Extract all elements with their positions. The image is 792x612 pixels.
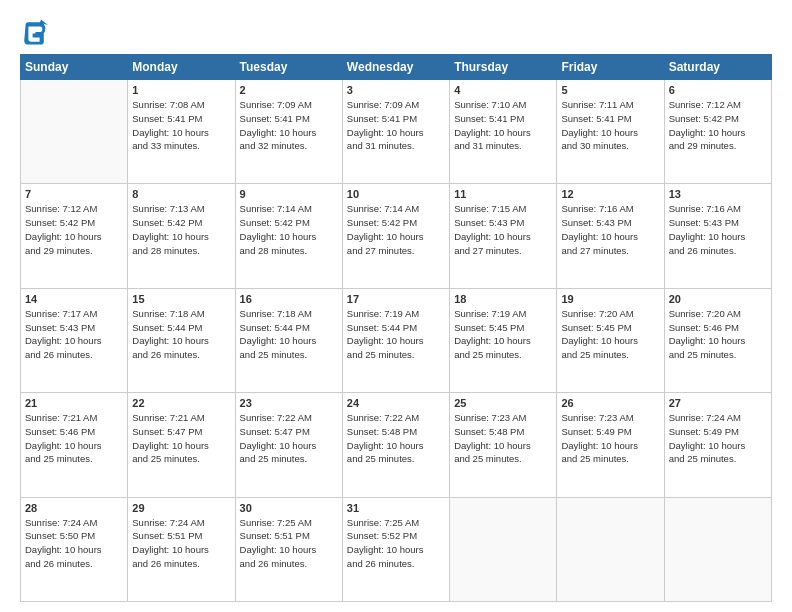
calendar-cell: 12 Sunrise: 7:16 AM Sunset: 5:43 PM Dayl… bbox=[557, 184, 664, 288]
calendar-table: SundayMondayTuesdayWednesdayThursdayFrid… bbox=[20, 54, 772, 602]
calendar-header-friday: Friday bbox=[557, 55, 664, 80]
calendar-week-1: 7 Sunrise: 7:12 AM Sunset: 5:42 PM Dayli… bbox=[21, 184, 772, 288]
day-detail: Sunrise: 7:09 AM Sunset: 5:41 PM Dayligh… bbox=[347, 98, 445, 153]
calendar-cell: 4 Sunrise: 7:10 AM Sunset: 5:41 PM Dayli… bbox=[450, 80, 557, 184]
day-detail: Sunrise: 7:12 AM Sunset: 5:42 PM Dayligh… bbox=[669, 98, 767, 153]
day-detail: Sunrise: 7:20 AM Sunset: 5:45 PM Dayligh… bbox=[561, 307, 659, 362]
day-number: 22 bbox=[132, 397, 230, 409]
day-number: 26 bbox=[561, 397, 659, 409]
calendar-header-sunday: Sunday bbox=[21, 55, 128, 80]
calendar-header-thursday: Thursday bbox=[450, 55, 557, 80]
day-detail: Sunrise: 7:14 AM Sunset: 5:42 PM Dayligh… bbox=[347, 202, 445, 257]
calendar-cell bbox=[450, 497, 557, 601]
calendar-cell: 15 Sunrise: 7:18 AM Sunset: 5:44 PM Dayl… bbox=[128, 288, 235, 392]
calendar-cell: 9 Sunrise: 7:14 AM Sunset: 5:42 PM Dayli… bbox=[235, 184, 342, 288]
calendar-header-monday: Monday bbox=[128, 55, 235, 80]
calendar-cell bbox=[664, 497, 771, 601]
day-detail: Sunrise: 7:23 AM Sunset: 5:48 PM Dayligh… bbox=[454, 411, 552, 466]
day-detail: Sunrise: 7:08 AM Sunset: 5:41 PM Dayligh… bbox=[132, 98, 230, 153]
day-number: 31 bbox=[347, 502, 445, 514]
logo-icon bbox=[20, 18, 48, 46]
day-detail: Sunrise: 7:18 AM Sunset: 5:44 PM Dayligh… bbox=[240, 307, 338, 362]
day-detail: Sunrise: 7:20 AM Sunset: 5:46 PM Dayligh… bbox=[669, 307, 767, 362]
day-number: 2 bbox=[240, 84, 338, 96]
calendar-cell: 8 Sunrise: 7:13 AM Sunset: 5:42 PM Dayli… bbox=[128, 184, 235, 288]
day-detail: Sunrise: 7:19 AM Sunset: 5:45 PM Dayligh… bbox=[454, 307, 552, 362]
day-detail: Sunrise: 7:25 AM Sunset: 5:51 PM Dayligh… bbox=[240, 516, 338, 571]
day-number: 15 bbox=[132, 293, 230, 305]
calendar-header-tuesday: Tuesday bbox=[235, 55, 342, 80]
calendar-week-2: 14 Sunrise: 7:17 AM Sunset: 5:43 PM Dayl… bbox=[21, 288, 772, 392]
day-number: 14 bbox=[25, 293, 123, 305]
calendar-cell: 31 Sunrise: 7:25 AM Sunset: 5:52 PM Dayl… bbox=[342, 497, 449, 601]
day-number: 6 bbox=[669, 84, 767, 96]
calendar-cell: 19 Sunrise: 7:20 AM Sunset: 5:45 PM Dayl… bbox=[557, 288, 664, 392]
day-number: 12 bbox=[561, 188, 659, 200]
day-number: 17 bbox=[347, 293, 445, 305]
header bbox=[20, 18, 772, 46]
calendar-cell: 13 Sunrise: 7:16 AM Sunset: 5:43 PM Dayl… bbox=[664, 184, 771, 288]
day-detail: Sunrise: 7:16 AM Sunset: 5:43 PM Dayligh… bbox=[561, 202, 659, 257]
calendar-cell bbox=[557, 497, 664, 601]
day-detail: Sunrise: 7:24 AM Sunset: 5:49 PM Dayligh… bbox=[669, 411, 767, 466]
day-detail: Sunrise: 7:24 AM Sunset: 5:50 PM Dayligh… bbox=[25, 516, 123, 571]
day-detail: Sunrise: 7:18 AM Sunset: 5:44 PM Dayligh… bbox=[132, 307, 230, 362]
day-detail: Sunrise: 7:09 AM Sunset: 5:41 PM Dayligh… bbox=[240, 98, 338, 153]
calendar-cell: 11 Sunrise: 7:15 AM Sunset: 5:43 PM Dayl… bbox=[450, 184, 557, 288]
day-detail: Sunrise: 7:15 AM Sunset: 5:43 PM Dayligh… bbox=[454, 202, 552, 257]
calendar-cell: 3 Sunrise: 7:09 AM Sunset: 5:41 PM Dayli… bbox=[342, 80, 449, 184]
day-detail: Sunrise: 7:25 AM Sunset: 5:52 PM Dayligh… bbox=[347, 516, 445, 571]
calendar-cell: 14 Sunrise: 7:17 AM Sunset: 5:43 PM Dayl… bbox=[21, 288, 128, 392]
day-detail: Sunrise: 7:16 AM Sunset: 5:43 PM Dayligh… bbox=[669, 202, 767, 257]
day-number: 19 bbox=[561, 293, 659, 305]
day-number: 11 bbox=[454, 188, 552, 200]
calendar-cell bbox=[21, 80, 128, 184]
day-detail: Sunrise: 7:22 AM Sunset: 5:47 PM Dayligh… bbox=[240, 411, 338, 466]
calendar-cell: 7 Sunrise: 7:12 AM Sunset: 5:42 PM Dayli… bbox=[21, 184, 128, 288]
day-number: 3 bbox=[347, 84, 445, 96]
day-detail: Sunrise: 7:22 AM Sunset: 5:48 PM Dayligh… bbox=[347, 411, 445, 466]
day-detail: Sunrise: 7:12 AM Sunset: 5:42 PM Dayligh… bbox=[25, 202, 123, 257]
day-detail: Sunrise: 7:13 AM Sunset: 5:42 PM Dayligh… bbox=[132, 202, 230, 257]
calendar-header-row: SundayMondayTuesdayWednesdayThursdayFrid… bbox=[21, 55, 772, 80]
day-detail: Sunrise: 7:21 AM Sunset: 5:46 PM Dayligh… bbox=[25, 411, 123, 466]
day-number: 25 bbox=[454, 397, 552, 409]
calendar-cell: 29 Sunrise: 7:24 AM Sunset: 5:51 PM Dayl… bbox=[128, 497, 235, 601]
day-detail: Sunrise: 7:10 AM Sunset: 5:41 PM Dayligh… bbox=[454, 98, 552, 153]
day-detail: Sunrise: 7:17 AM Sunset: 5:43 PM Dayligh… bbox=[25, 307, 123, 362]
calendar-cell: 2 Sunrise: 7:09 AM Sunset: 5:41 PM Dayli… bbox=[235, 80, 342, 184]
calendar-cell: 6 Sunrise: 7:12 AM Sunset: 5:42 PM Dayli… bbox=[664, 80, 771, 184]
day-number: 30 bbox=[240, 502, 338, 514]
logo bbox=[20, 18, 52, 46]
day-number: 8 bbox=[132, 188, 230, 200]
day-number: 29 bbox=[132, 502, 230, 514]
day-detail: Sunrise: 7:19 AM Sunset: 5:44 PM Dayligh… bbox=[347, 307, 445, 362]
calendar-cell: 5 Sunrise: 7:11 AM Sunset: 5:41 PM Dayli… bbox=[557, 80, 664, 184]
calendar-cell: 25 Sunrise: 7:23 AM Sunset: 5:48 PM Dayl… bbox=[450, 393, 557, 497]
day-number: 21 bbox=[25, 397, 123, 409]
day-number: 18 bbox=[454, 293, 552, 305]
day-detail: Sunrise: 7:23 AM Sunset: 5:49 PM Dayligh… bbox=[561, 411, 659, 466]
day-number: 24 bbox=[347, 397, 445, 409]
calendar-cell: 28 Sunrise: 7:24 AM Sunset: 5:50 PM Dayl… bbox=[21, 497, 128, 601]
day-number: 5 bbox=[561, 84, 659, 96]
calendar-week-4: 28 Sunrise: 7:24 AM Sunset: 5:50 PM Dayl… bbox=[21, 497, 772, 601]
day-detail: Sunrise: 7:24 AM Sunset: 5:51 PM Dayligh… bbox=[132, 516, 230, 571]
day-number: 28 bbox=[25, 502, 123, 514]
calendar-header-wednesday: Wednesday bbox=[342, 55, 449, 80]
day-number: 13 bbox=[669, 188, 767, 200]
calendar-cell: 21 Sunrise: 7:21 AM Sunset: 5:46 PM Dayl… bbox=[21, 393, 128, 497]
calendar-week-3: 21 Sunrise: 7:21 AM Sunset: 5:46 PM Dayl… bbox=[21, 393, 772, 497]
day-number: 10 bbox=[347, 188, 445, 200]
day-number: 16 bbox=[240, 293, 338, 305]
calendar-cell: 20 Sunrise: 7:20 AM Sunset: 5:46 PM Dayl… bbox=[664, 288, 771, 392]
calendar-cell: 22 Sunrise: 7:21 AM Sunset: 5:47 PM Dayl… bbox=[128, 393, 235, 497]
calendar-week-0: 1 Sunrise: 7:08 AM Sunset: 5:41 PM Dayli… bbox=[21, 80, 772, 184]
day-number: 1 bbox=[132, 84, 230, 96]
day-number: 27 bbox=[669, 397, 767, 409]
day-number: 7 bbox=[25, 188, 123, 200]
page: SundayMondayTuesdayWednesdayThursdayFrid… bbox=[0, 0, 792, 612]
calendar-cell: 23 Sunrise: 7:22 AM Sunset: 5:47 PM Dayl… bbox=[235, 393, 342, 497]
calendar-cell: 24 Sunrise: 7:22 AM Sunset: 5:48 PM Dayl… bbox=[342, 393, 449, 497]
day-number: 4 bbox=[454, 84, 552, 96]
